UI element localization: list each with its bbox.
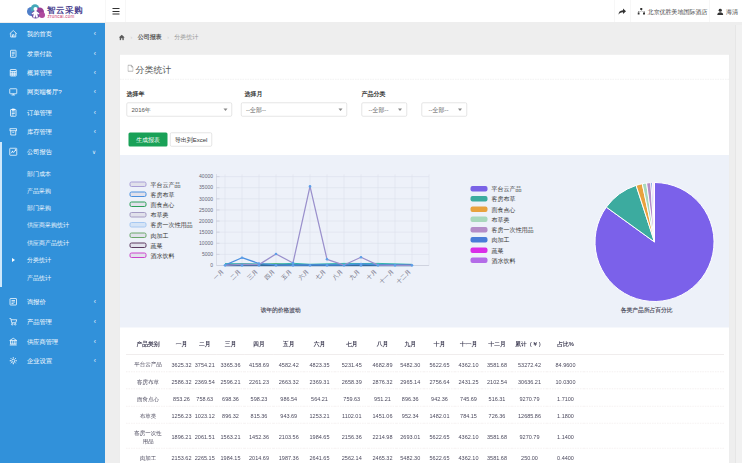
svg-text:二月: 二月 — [229, 268, 242, 281]
svg-text:六月: 六月 — [297, 268, 310, 281]
svg-text:九月: 九月 — [348, 268, 361, 281]
svg-text:十二月: 十二月 — [395, 268, 412, 285]
svg-text:三月: 三月 — [246, 268, 259, 281]
svg-text:5000: 5000 — [202, 251, 213, 257]
svg-text:0: 0 — [210, 262, 213, 268]
svg-text:十一月: 十一月 — [378, 268, 395, 285]
svg-text:四月: 四月 — [263, 268, 276, 281]
svg-text:30000: 30000 — [199, 196, 213, 202]
svg-text:十月: 十月 — [365, 268, 378, 281]
svg-text:10000: 10000 — [199, 240, 213, 246]
svg-text:35000: 35000 — [199, 184, 213, 190]
svg-text:一月: 一月 — [212, 268, 225, 281]
svg-text:七月: 七月 — [314, 268, 327, 281]
svg-text:15000: 15000 — [199, 229, 213, 235]
svg-text:25000: 25000 — [199, 207, 213, 213]
svg-text:20000: 20000 — [199, 218, 213, 224]
svg-text:八月: 八月 — [331, 268, 344, 281]
svg-text:40000: 40000 — [199, 173, 213, 179]
svg-text:五月: 五月 — [279, 268, 293, 282]
